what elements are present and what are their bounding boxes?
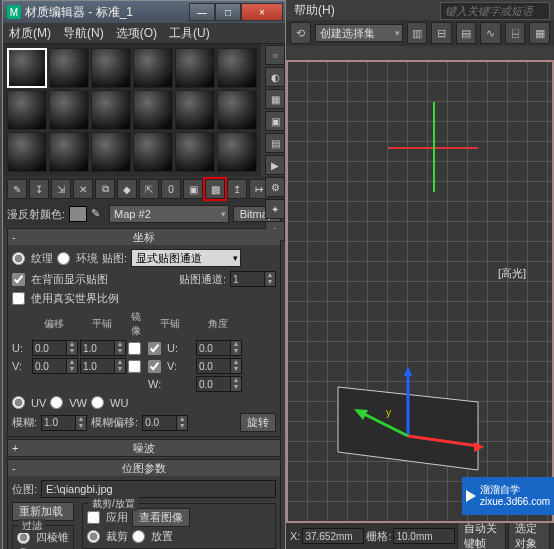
svg-marker-4 bbox=[474, 442, 484, 452]
sample-slot[interactable] bbox=[7, 90, 47, 130]
background-icon[interactable]: ▦ bbox=[265, 89, 285, 109]
backlight-icon[interactable]: ◐ bbox=[265, 67, 285, 87]
view-image-button[interactable]: 查看图像 bbox=[132, 508, 190, 527]
u-offset-spinner[interactable]: ▲▼ bbox=[32, 340, 78, 356]
apply-check[interactable]: 应用 bbox=[87, 510, 128, 525]
sample-slot[interactable] bbox=[175, 48, 215, 88]
go-parent-icon[interactable]: ↥ bbox=[227, 179, 247, 199]
crop-radio[interactable]: 裁剪 bbox=[87, 529, 128, 544]
blur-spinner[interactable]: ▲▼ bbox=[41, 415, 87, 431]
v-tile-spinner[interactable]: ▲▼ bbox=[80, 358, 126, 374]
blur-offset-spinner[interactable]: ▲▼ bbox=[142, 415, 188, 431]
sample-slot[interactable] bbox=[49, 90, 89, 130]
sample-slot[interactable] bbox=[91, 48, 131, 88]
v-mirror-check[interactable] bbox=[128, 360, 140, 372]
make-preview-icon[interactable]: ▶ bbox=[265, 155, 285, 175]
eyedropper-icon[interactable]: ✎ bbox=[91, 207, 105, 221]
u-angle-spinner[interactable]: ▲▼ bbox=[196, 340, 242, 356]
minimize-button[interactable]: — bbox=[189, 3, 215, 21]
get-material-icon[interactable]: ✎ bbox=[7, 179, 27, 199]
menu-navigation[interactable]: 导航(N) bbox=[63, 25, 104, 42]
map-channel-spinner[interactable]: ▲▼ bbox=[230, 271, 276, 287]
toolbar-layers-icon[interactable]: ▤ bbox=[456, 22, 477, 44]
scene-plane-object[interactable]: y bbox=[328, 342, 528, 472]
sample-slot[interactable] bbox=[133, 132, 173, 172]
sample-type-icon[interactable]: ○ bbox=[265, 45, 285, 65]
maximize-button[interactable]: □ bbox=[215, 3, 241, 21]
menu-material[interactable]: 材质(M) bbox=[9, 25, 51, 42]
coordinates-header[interactable]: -坐标 bbox=[8, 229, 280, 245]
rotate-button[interactable]: 旋转 bbox=[240, 413, 276, 432]
sample-slot[interactable] bbox=[91, 90, 131, 130]
sample-slot[interactable] bbox=[49, 132, 89, 172]
reset-map-icon[interactable]: ✕ bbox=[73, 179, 93, 199]
texture-radio[interactable]: 纹理 bbox=[12, 251, 53, 266]
bitmap-title: 位图参数 bbox=[122, 461, 166, 476]
show-in-vp-icon[interactable]: ▣ bbox=[183, 179, 203, 199]
put-to-lib-icon[interactable]: ⇱ bbox=[139, 179, 159, 199]
toolbar-align-icon[interactable]: ⊟ bbox=[431, 22, 452, 44]
menu-options[interactable]: 选项(O) bbox=[116, 25, 157, 42]
titlebar[interactable]: M 材质编辑器 - 标准_1 — □ × bbox=[3, 1, 285, 23]
perspective-viewport[interactable]: [高光] y bbox=[286, 60, 554, 523]
noise-header[interactable]: +噪波 bbox=[8, 440, 280, 456]
toolbar-schematic-icon[interactable]: ⌸ bbox=[505, 22, 526, 44]
sample-slot[interactable] bbox=[91, 132, 131, 172]
help-menu[interactable]: 帮助(H) bbox=[294, 2, 335, 19]
real-world-check[interactable]: 使用真实世界比例 bbox=[12, 291, 119, 306]
sample-slot[interactable] bbox=[217, 90, 257, 130]
help-search-input[interactable] bbox=[440, 2, 550, 20]
coord-x-value[interactable]: 37.652mm bbox=[302, 528, 364, 544]
sample-slot[interactable] bbox=[49, 48, 89, 88]
video-check-icon[interactable]: ▤ bbox=[265, 133, 285, 153]
bitmap-header[interactable]: -位图参数 bbox=[8, 460, 280, 476]
diffuse-color-swatch[interactable] bbox=[69, 206, 87, 222]
assign-to-sel-icon[interactable]: ⇲ bbox=[51, 179, 71, 199]
v-tile-check[interactable] bbox=[148, 360, 161, 373]
mat-id-icon[interactable]: 0 bbox=[161, 179, 181, 199]
sample-uv-icon[interactable]: ▣ bbox=[265, 111, 285, 131]
show-end-result-icon[interactable]: ▩ bbox=[205, 179, 225, 199]
place-radio[interactable]: 放置 bbox=[132, 529, 173, 544]
close-button[interactable]: × bbox=[241, 3, 283, 21]
selected-objects-button[interactable]: 选定对象 bbox=[508, 523, 550, 549]
mapping-label: 贴图: bbox=[102, 251, 127, 266]
sample-slot[interactable] bbox=[7, 132, 47, 172]
environ-radio[interactable]: 环境 bbox=[57, 251, 98, 266]
grid-value[interactable]: 10.0mm bbox=[393, 528, 455, 544]
toolbar-curve-icon[interactable]: ∿ bbox=[480, 22, 501, 44]
select-by-mat-icon[interactable]: ✦ bbox=[265, 199, 285, 219]
sample-slot[interactable] bbox=[7, 48, 47, 88]
autokey-button[interactable]: 自动关键帧 bbox=[457, 523, 506, 549]
map-name-dropdown[interactable]: Map #2▾ bbox=[109, 205, 229, 223]
sample-slot[interactable] bbox=[133, 90, 173, 130]
uv-radio[interactable]: UV bbox=[12, 396, 46, 409]
u-tile-check[interactable] bbox=[148, 342, 161, 355]
sample-slot[interactable] bbox=[217, 132, 257, 172]
w-angle-spinner[interactable]: ▲▼ bbox=[196, 376, 242, 392]
main-menu-fragment: 帮助(H) bbox=[286, 0, 554, 20]
link-icon[interactable]: ⟲ bbox=[290, 22, 311, 44]
mapping-dropdown[interactable]: 显式贴图通道▾ bbox=[131, 249, 241, 267]
sample-slot[interactable] bbox=[175, 132, 215, 172]
w-label: W: bbox=[148, 378, 192, 390]
wu-radio[interactable]: WU bbox=[91, 396, 128, 409]
options-icon[interactable]: ⚙ bbox=[265, 177, 285, 197]
sample-slot[interactable] bbox=[133, 48, 173, 88]
toolbar-mirror-icon[interactable]: ▥ bbox=[407, 22, 428, 44]
v-angle-spinner[interactable]: ▲▼ bbox=[196, 358, 242, 374]
sample-slot[interactable] bbox=[175, 90, 215, 130]
sample-slot[interactable] bbox=[217, 48, 257, 88]
u-mirror-check[interactable] bbox=[128, 342, 140, 354]
vw-radio[interactable]: VW bbox=[50, 396, 87, 409]
menu-tools[interactable]: 工具(U) bbox=[169, 25, 210, 42]
make-copy-icon[interactable]: ⧉ bbox=[95, 179, 115, 199]
put-to-scene-icon[interactable]: ↧ bbox=[29, 179, 49, 199]
toolbar-more-icon[interactable]: ▦ bbox=[529, 22, 550, 44]
show-on-back-check[interactable]: 在背面显示贴图 bbox=[12, 272, 108, 287]
bitmap-path-field[interactable]: E:\qiangbi.jpg bbox=[41, 480, 276, 498]
selection-set-dropdown[interactable]: 创建选择集▾ bbox=[315, 24, 403, 42]
u-tile-spinner[interactable]: ▲▼ bbox=[80, 340, 126, 356]
v-offset-spinner[interactable]: ▲▼ bbox=[32, 358, 78, 374]
make-unique-icon[interactable]: ◆ bbox=[117, 179, 137, 199]
